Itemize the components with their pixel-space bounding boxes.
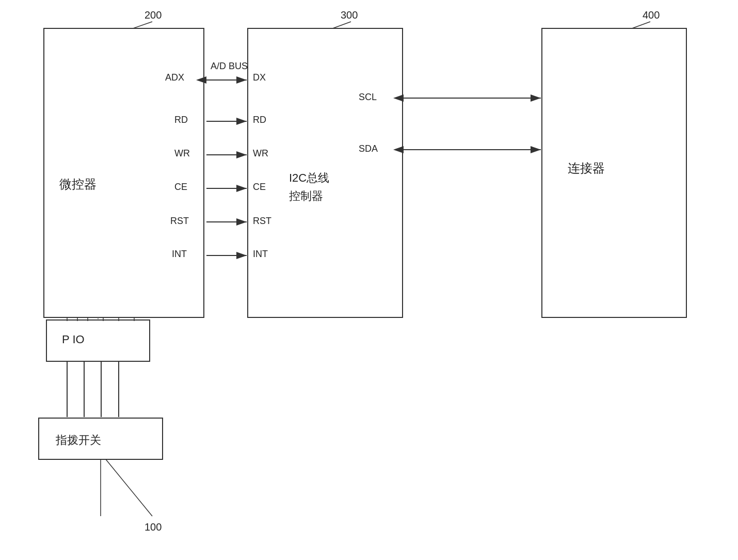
sig-rd-left: RD [174,115,188,125]
microcontroller-label: 微控器 [59,175,97,193]
svg-rect-8 [542,28,686,317]
bus-label: A/D BUS [211,61,248,72]
sig-int-left: INT [172,249,187,260]
sig-ce-right: CE [253,182,266,193]
diagram-container: 200 300 400 100 微控器 P IO 指拨开关 I2C总线 控制器 … [0,0,738,560]
sig-dx-right: DX [253,72,266,83]
diagram-svg [0,0,738,560]
pio-label: P IO [62,333,85,346]
sig-sda: SDA [359,143,378,154]
sig-ce-left: CE [174,182,187,193]
ref-200: 200 [145,9,162,21]
sig-int-right: INT [253,249,268,260]
i2c-label-line2: 控制器 [289,188,323,204]
sig-rst-left: RST [170,216,189,227]
sig-adx-left: ADX [165,72,184,83]
sig-rd-right: RD [253,115,266,125]
i2c-label-line1: I2C总线 [289,170,329,186]
ref-300: 300 [341,9,358,21]
sig-wr-right: WR [253,148,268,159]
connector-label: 连接器 [568,160,605,177]
ref-400: 400 [643,9,660,21]
sig-rst-right: RST [253,216,271,227]
svg-rect-4 [44,28,204,317]
svg-line-3 [106,459,152,516]
sig-wr-left: WR [174,148,190,159]
sig-scl: SCL [359,92,377,103]
dip-switch-label: 指拨开关 [56,433,101,448]
ref-100: 100 [145,521,162,533]
